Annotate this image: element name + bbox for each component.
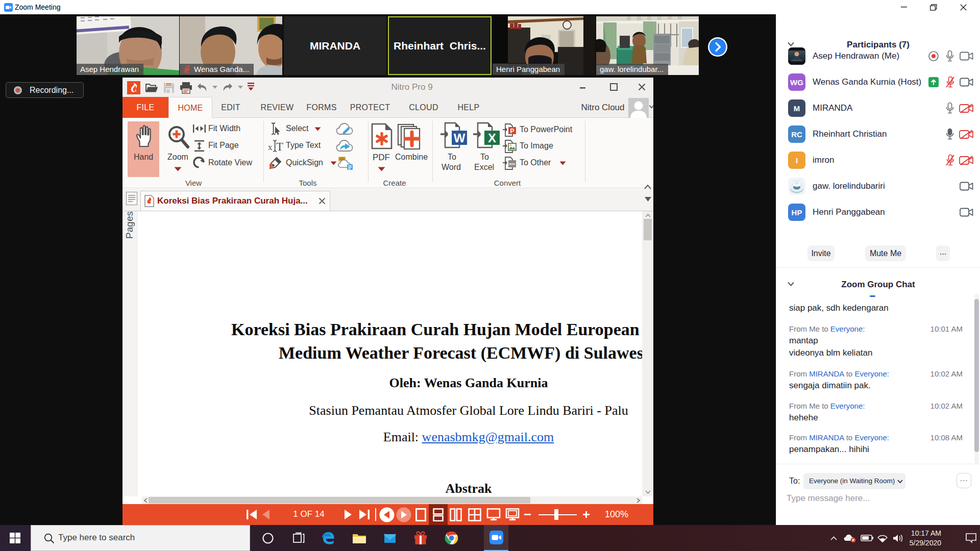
svg-text:X: X — [488, 131, 496, 145]
svg-text:W: W — [454, 131, 465, 145]
svg-text:T: T — [276, 140, 283, 153]
svg-text:P: P — [510, 128, 514, 135]
svg-text:RTF: RTF — [509, 163, 516, 166]
svg-text:x: x — [268, 142, 273, 152]
